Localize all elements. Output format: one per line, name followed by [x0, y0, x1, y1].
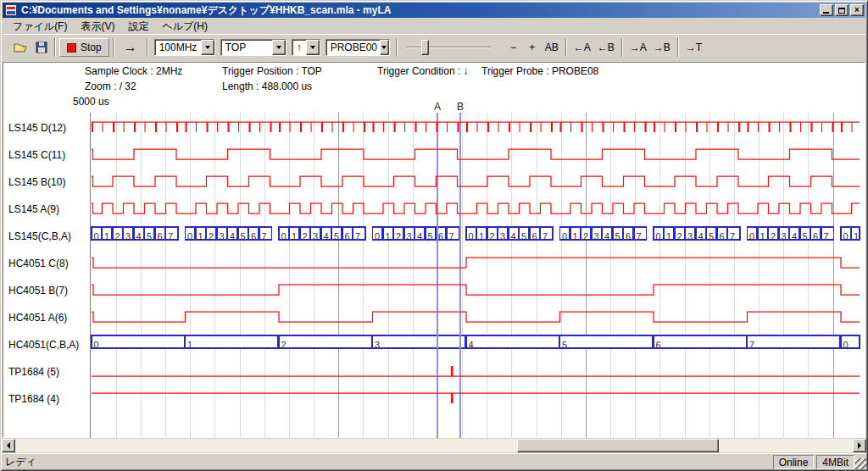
goto-cursor-a-left-button[interactable]: ←A: [570, 38, 594, 57]
menu-settings[interactable]: 設定: [121, 19, 155, 35]
run-button[interactable]: →: [118, 38, 143, 57]
dropdown-button[interactable]: [306, 40, 320, 55]
sample-clock-combo[interactable]: 100MHz: [154, 39, 215, 56]
strobe-pulse: [447, 122, 448, 132]
bus-cell-value: 7: [637, 231, 642, 241]
bus-cell-value: 1: [386, 231, 391, 241]
strobe-pulse: [290, 122, 291, 132]
strobe-pulse: [458, 122, 459, 132]
strobe-pulse: [728, 122, 729, 132]
strobe-pulse: [166, 122, 167, 132]
bus-cell-value: 1: [760, 231, 765, 241]
bus-cell-value: 4: [417, 231, 422, 241]
signal-label: HC4051 C(8): [8, 258, 90, 269]
strobe-pulse: [665, 122, 665, 132]
signal-label: HC4051(C,B,A): [8, 339, 90, 351]
strobe-pulse: [520, 122, 520, 132]
bus-cell-value: 6: [345, 231, 350, 241]
floppy-icon: [36, 42, 47, 53]
strobe-pulse: [103, 122, 103, 132]
bus-cell-value: 3: [375, 340, 380, 350]
strobe-pulse: [624, 122, 626, 132]
dropdown-button[interactable]: [380, 40, 389, 55]
stop-button[interactable]: Stop: [59, 38, 109, 57]
scroll-left-button[interactable]: [2, 439, 15, 452]
probe-combo[interactable]: PROBE00: [326, 39, 390, 56]
bus-cell: [373, 335, 466, 348]
bus-cell-value: 0: [656, 231, 661, 241]
strobe-pulse: [364, 122, 365, 132]
dropdown-button[interactable]: [201, 40, 214, 55]
trigger-position-combo[interactable]: TOP: [220, 39, 287, 56]
toolbar-separator: [113, 38, 114, 57]
trigger-edge-combo[interactable]: ↑: [292, 39, 320, 56]
bus-cell-value: 2: [303, 231, 308, 241]
zoom-slider[interactable]: [406, 38, 491, 57]
strobe-pulse: [259, 122, 260, 132]
bus-cell-value: 3: [125, 231, 131, 241]
menu-help[interactable]: ヘルプ(H): [155, 19, 214, 35]
tp-pulse: [451, 366, 453, 376]
goto-cursor-b-left-button[interactable]: ←B: [594, 38, 618, 57]
goto-cursor-a-right-button[interactable]: →A: [626, 38, 650, 57]
bus-cell-value: 4: [511, 231, 516, 241]
strobe-pulse: [134, 122, 136, 132]
close-button[interactable]: ×: [850, 4, 864, 16]
minimize-icon: [823, 12, 829, 14]
bus-cell-value: 0: [94, 340, 99, 350]
bus-cell-value: 7: [262, 231, 267, 241]
strobe-pulse: [707, 122, 708, 132]
bus-cell: [186, 335, 279, 348]
status-ready-text: レディ: [2, 455, 773, 469]
bus-cell: [654, 335, 747, 348]
zoom-out-button[interactable]: −: [504, 38, 523, 57]
save-button[interactable]: [32, 38, 51, 57]
bus-cell-value: 6: [626, 231, 631, 241]
dropdown-button[interactable]: [272, 40, 286, 55]
trigger-edge-value: ↑: [292, 40, 306, 55]
bus-cell-value: 5: [334, 231, 339, 241]
bus-cell-value: 1: [573, 231, 578, 241]
strobe-pulse: [92, 122, 93, 132]
bus-cell: [279, 335, 372, 348]
maximize-button[interactable]: [835, 4, 849, 16]
stop-icon: [67, 43, 76, 53]
goto-trigger-button[interactable]: →T: [682, 38, 705, 57]
resize-grip[interactable]: [855, 458, 866, 469]
zoom-ab-button[interactable]: AB: [542, 38, 562, 57]
strobe-pulse: [613, 122, 614, 132]
zoom-in-button[interactable]: +: [523, 38, 542, 57]
bus-cell-value: 6: [720, 231, 725, 241]
signal-label: LS145 B(10): [8, 176, 90, 188]
bus-cell-value: 1: [104, 231, 109, 241]
strobe-pulse: [332, 122, 333, 132]
bus-cell-value: 2: [677, 231, 682, 241]
bus-cell-value: 3: [313, 231, 318, 241]
strobe-pulse: [238, 122, 239, 132]
strobe-pulse: [186, 122, 187, 132]
menu-file[interactable]: ファイル(F): [6, 19, 74, 35]
scrollbar-thumb[interactable]: [517, 439, 719, 452]
strobe-pulse: [821, 122, 822, 132]
strobe-pulse: [758, 122, 759, 132]
minimize-button[interactable]: [820, 4, 833, 16]
maximize-icon: [838, 8, 845, 14]
status-online-badge: Online: [773, 455, 815, 469]
strobe-pulse: [426, 122, 426, 132]
bus-cell-value: 2: [583, 231, 588, 241]
signal-label: LS145 D(12): [8, 122, 90, 134]
menu-view[interactable]: 表示(V): [74, 19, 121, 35]
horizontal-scrollbar[interactable]: [2, 439, 866, 452]
open-file-button[interactable]: [10, 38, 32, 57]
probe-value: PROBE00: [326, 40, 380, 55]
scroll-right-button[interactable]: [853, 439, 866, 452]
info-zoom: Zoom : / 32: [85, 80, 136, 92]
signal-label: HC4051 A(6): [8, 312, 90, 324]
goto-cursor-b-right-button[interactable]: →B: [650, 38, 674, 57]
slider-thumb[interactable]: [421, 40, 429, 55]
info-trigger-position: Trigger Position : TOP: [222, 65, 322, 77]
info-length: Length : 488.000 us: [222, 80, 312, 92]
signal-label: LS145(C,B,A): [8, 230, 90, 242]
strobe-pulse: [509, 122, 510, 132]
bus-cell-value: 3: [500, 231, 505, 241]
